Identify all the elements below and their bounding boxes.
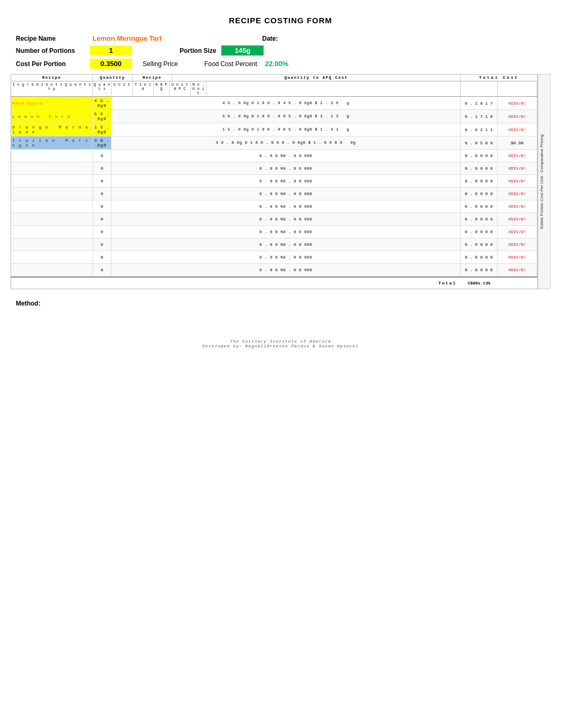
ingredient-name-1: Pate Sucre: [11, 97, 93, 109]
sub-header-spacer: [207, 81, 461, 96]
table-row: 0 0 . 0 0 %0 . 0 0 000 0 . 0 0 0 0 #DIV/…: [11, 175, 537, 188]
empty-data: 0 . 0 0 %0 . 0 0 000: [111, 264, 461, 276]
empty-qty: 0: [93, 175, 111, 187]
ingredient-data-1: 4 5 . 0 0g 0 1 0 0 . 0 4 5 . 0 0g0 $ 2 .…: [111, 97, 461, 109]
ingredient-qty-2: 5 5 . 0g0: [93, 110, 111, 123]
empty-ingredient: [11, 188, 93, 200]
sub-header-row: I n g r e d i e n t s Q u a n t i t y Q …: [11, 81, 537, 97]
table-row: Pate Sucre 4 5 . 0g0 4 5 . 0 0g 0 1 0 0 …: [11, 97, 537, 110]
table-row: 0 0 . 0 0 %0 . 0 0 000 0 . 0 0 0 0 #DIV/…: [11, 162, 537, 175]
date-label: Date:: [262, 35, 278, 42]
header-row-1: Recipe Name Lemon Meringue Tart Date:: [16, 34, 550, 42]
empty-data: 0 . 0 0 %0 . 0 0 000: [111, 150, 461, 162]
col-header-recipe: Recipe: [11, 75, 93, 81]
table-row: 0 0 . 0 0 %0 . 0 0 000 0 . 0 0 0 0 #DIV/…: [11, 264, 537, 277]
empty-ingredient: [11, 150, 93, 162]
ingredient-name-2: L e m o n C u r d: [11, 110, 93, 123]
col-header-qty2: Quantity to APQ Cost: [172, 75, 461, 81]
empty-total: 0 . 0 0 0 0: [461, 188, 498, 200]
ingredient-final-1: #DIV/0!: [498, 97, 537, 109]
empty-total: 0 . 0 0 0 0: [461, 213, 498, 225]
header-row-3: Cost Per Portion 0.3500 Selling Price Fo…: [16, 59, 550, 69]
header-row-2: Number of Portions 1 Portion Size 145g: [16, 45, 550, 56]
empty-final: #DIV/0!: [498, 238, 537, 251]
empty-qty: 0: [93, 188, 111, 200]
ingredient-text-2: L e m o n C u r d: [12, 114, 70, 119]
empty-total: 0 . 0 0 0 0: [461, 175, 498, 187]
ingredient-text-1: Pate Sucre: [12, 101, 43, 106]
ingredient-data-4: 3 0 . 0 0g 0 1 0 0 . 0 0 0 . 0 0g0 $ 1 .…: [111, 136, 461, 149]
empty-total: 0 . 0 0 0 0: [461, 238, 498, 251]
sub-header-ingredients: I n g r e d i e n t s Q u a n t i t y: [11, 81, 93, 96]
ingredient-text-3: O r a n g e M a r m a l a d e: [12, 125, 91, 134]
empty-final: #DIV/0!: [498, 175, 537, 187]
ingredient-data-3: 1 5 . 0 0g 0 1 0 0 . 0 0 5 . 0 0g0 $ 1 .…: [111, 123, 461, 136]
ingredient-total-2: 0 . 1 7 1 6: [461, 110, 498, 123]
empty-ingredient: [11, 175, 93, 187]
total-label: Total: [11, 280, 461, 287]
col-header-total: Total Cost: [461, 75, 537, 81]
sub-header-yield: Y i e l d: [133, 81, 154, 96]
empty-ingredient: [11, 226, 93, 238]
empty-final: #DIV/0!: [498, 150, 537, 162]
table-row: O r a n g e M a r m a l a d e 1 5 . 0g0 …: [11, 123, 537, 136]
table-row: 0 0 . 0 0 %0 . 0 0 000 0 . 0 0 0 0 #DIV/…: [11, 200, 537, 213]
table-row: L e m o n C u r d 5 5 . 0g0 5 5 . 0 0g 0…: [11, 110, 537, 123]
ingredient-total-1: 0 . 1 0 1 7: [461, 97, 498, 109]
empty-final: #DIV/0!: [498, 213, 537, 225]
empty-data: 0 . 0 0 %0 . 0 0 000: [111, 226, 461, 238]
table-row: 0 0 . 0 0 %0 . 0 0 000 0 . 0 0 0 0 #DIV/…: [11, 226, 537, 238]
empty-data: 0 . 0 0 %0 . 0 0 000: [111, 162, 461, 174]
table-row: 0 0 . 0 0 %0 . 0 0 000 0 . 0 0 0 0 #DIV/…: [11, 188, 537, 200]
empty-qty: 0: [93, 150, 111, 162]
empty-data: 0 . 0 0 %0 . 0 0 000: [111, 213, 461, 225]
empty-total: 0 . 0 0 0 0: [461, 251, 498, 263]
empty-ingredient: [11, 213, 93, 225]
ingredient-qty-4: 3 0 . 0g0: [93, 136, 111, 149]
footer-line-2: Developed by: BagnallDreesen Pardus & Su…: [11, 344, 550, 348]
ingredient-text-4: I t a l i a n M e r i n g u e: [12, 138, 91, 148]
empty-total: 0 . 0 0 0 0: [461, 150, 498, 162]
empty-qty: 0: [93, 264, 111, 276]
food-cost-label: Food Cost Percent: [204, 60, 257, 68]
sub-header-apq: U n i t A P C: [170, 81, 191, 96]
table-row: I t a l i a n M e r i n g u e 3 0 . 0g0 …: [11, 136, 537, 150]
table-section: Recipe Quantity Recipe Quantity to APQ C…: [11, 74, 538, 289]
col-header-recipe2: Recipe: [133, 75, 172, 81]
ingredient-final-3: #DIV/0!: [498, 123, 537, 136]
cost-per-portion-label: Cost Per Portion: [16, 60, 85, 68]
table-row: 0 0 . 0 0 %0 . 0 0 000 0 . 0 0 0 0 #DIV/…: [11, 213, 537, 226]
portion-size-value: 145g: [221, 45, 264, 56]
method-label: Method:: [16, 300, 41, 307]
column-header-row: Recipe Quantity Recipe Quantity to APQ C…: [11, 75, 537, 81]
empty-qty: 0: [93, 213, 111, 225]
sub-header-unit: U n i t: [111, 81, 133, 96]
table-row: 0 0 . 0 0 %0 . 0 0 000 0 . 0 0 0 0 #DIV/…: [11, 238, 537, 251]
selling-price-label: Selling Price: [143, 60, 178, 68]
empty-data: 0 . 0 0 %0 . 0 0 000: [111, 175, 461, 187]
ingredient-name-4: I t a l i a n M e r i n g u e: [11, 136, 93, 149]
empty-data: 0 . 0 0 %0 . 0 0 000: [111, 200, 461, 213]
sidebar-vertical-text: Edible Portion Cost Per Unit - Comparati…: [538, 74, 550, 289]
cost-per-portion-value: 0.3500: [90, 59, 132, 69]
empty-final: #DIV/0!: [498, 226, 537, 238]
page-title: RECIPE COSTING FORM: [11, 16, 550, 25]
portions-value: 1: [90, 45, 132, 56]
empty-data: 0 . 0 0 %0 . 0 0 000: [111, 251, 461, 263]
food-cost-value: 22.00%: [265, 60, 288, 68]
empty-qty: 0: [93, 238, 111, 251]
empty-total: 0 . 0 0 0 0: [461, 226, 498, 238]
empty-total: 0 . 0 0 0 0: [461, 200, 498, 213]
total-cost-value: C$00s.t35: [461, 280, 498, 287]
ingredient-name-3: O r a n g e M a r m a l a d e: [11, 123, 93, 136]
header-section: Recipe Name Lemon Meringue Tart Date: Nu…: [11, 34, 550, 69]
ingredient-total-4: 0 . 0 5 0 0: [461, 136, 498, 149]
sub-header-quantity: Q u a n t i: [93, 81, 111, 96]
empty-total: 0 . 0 0 0 0: [461, 264, 498, 276]
empty-ingredient: [11, 200, 93, 213]
empty-qty: 0: [93, 162, 111, 174]
empty-ingredient: [11, 264, 93, 276]
ingredient-data-2: 5 5 . 0 0g 0 1 0 0 . 0 6 5 . 0 0g0 $ 3 .…: [111, 110, 461, 123]
empty-final: #DIV/0!: [498, 264, 537, 276]
footer-section: The Culinary Institute of America Develo…: [11, 339, 550, 348]
